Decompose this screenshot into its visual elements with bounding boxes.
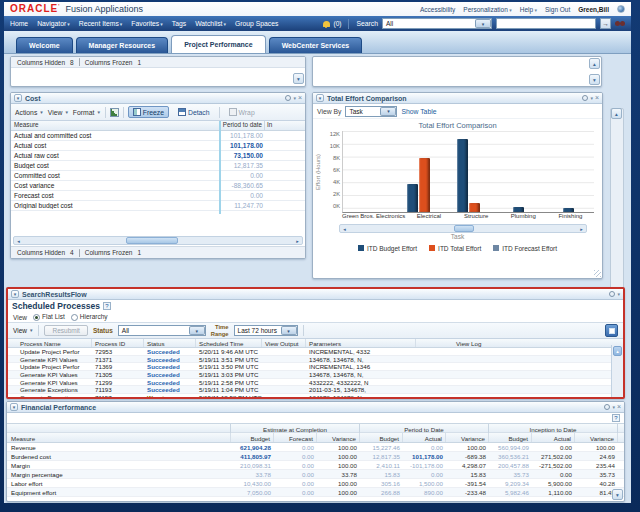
scroll-left-arrow[interactable]: ◂ — [14, 237, 23, 244]
column-header-process-id[interactable]: Process ID — [92, 339, 144, 347]
scroll-up-arrow[interactable]: ▴ — [611, 108, 622, 119]
table-row[interactable]: Original budget cost11,247.70 — [11, 201, 305, 211]
menu-item-navigator[interactable]: Navigator▾ — [37, 20, 70, 27]
collapse-icon[interactable]: ▾ — [11, 290, 19, 298]
status-select[interactable]: All ▾ — [118, 325, 206, 336]
column-header-scheduled-time[interactable]: Scheduled Time — [196, 339, 262, 347]
view-menu[interactable]: View▼ — [48, 109, 69, 116]
table-row[interactable]: Budget cost12,817.35 — [11, 161, 305, 171]
table-row[interactable]: Generate KPI Values71299Succeeded5/19/11… — [8, 379, 623, 387]
table-row[interactable]: Generate Exceptions71157Warning5/19/11 1… — [8, 394, 623, 398]
scrollbar-thumb[interactable] — [126, 237, 178, 244]
table-row[interactable]: Generate Exceptions71193Succeeded5/19/11… — [8, 386, 623, 394]
scroll-right-arrow[interactable]: ▸ — [293, 237, 302, 244]
freeze-button[interactable]: Freeze — [128, 106, 169, 118]
global-link-personalization[interactable]: Personalization ▾ — [463, 6, 511, 13]
table-row[interactable]: Actual raw cost73,150.00 — [11, 151, 305, 161]
globe-icon[interactable] — [617, 5, 625, 13]
collapse-icon[interactable]: ▾ — [316, 94, 324, 102]
menu-item-home[interactable]: Home — [10, 20, 28, 27]
column-header-status[interactable]: Status — [144, 339, 196, 347]
gear-icon[interactable] — [609, 291, 615, 297]
chevron-down-icon[interactable]: ▾ — [293, 95, 296, 101]
chevron-down-icon[interactable]: ▾ — [590, 95, 593, 101]
search-scope-select[interactable]: All ▾ — [382, 18, 492, 29]
table-row[interactable]: Update Project Perfor71369Succeeded5/19/… — [8, 363, 623, 371]
help-icon[interactable]: ? — [612, 414, 620, 422]
table-row[interactable]: Update Project Perfor72953Succeeded5/20/… — [8, 348, 623, 356]
table-row[interactable]: Revenue621,904.280.00100.0015,227.460.00… — [7, 443, 624, 452]
search-input[interactable] — [496, 18, 596, 29]
table-row[interactable]: Burdened cost411,805.970.00100.0012,817.… — [7, 452, 624, 461]
global-link-accessibility[interactable]: Accessibility — [420, 6, 455, 13]
panel-scrollbar[interactable]: ▴ — [611, 345, 623, 397]
menu-item-recent-items[interactable]: Recent Items▾ — [79, 20, 123, 27]
global-link-sign-out[interactable]: Sign Out — [545, 6, 570, 13]
column-header-parameters[interactable]: Parameters — [306, 339, 416, 347]
table-row[interactable]: Actual and committed cost101,178.00 — [11, 131, 305, 141]
close-icon[interactable]: × — [298, 95, 302, 101]
menu-item-group-spaces[interactable]: Group Spaces — [235, 20, 278, 27]
cost-horizontal-scrollbar[interactable]: ◂ ▸ — [13, 236, 303, 245]
chevron-down-icon[interactable]: ▾ — [617, 291, 620, 297]
flat-list-radio[interactable]: Flat List — [33, 313, 65, 321]
column-header-partial[interactable]: In — [265, 121, 305, 130]
export-icon[interactable] — [110, 108, 119, 117]
menu-item-tags[interactable]: Tags — [172, 20, 186, 27]
scroll-up-arrow[interactable]: ▴ — [613, 346, 622, 356]
table-row[interactable]: Labor effort10,430.000.00100.00305.161,5… — [7, 479, 624, 488]
refresh-button[interactable] — [605, 324, 618, 337]
show-table-link[interactable]: Show Table — [401, 108, 436, 115]
column-header-actual[interactable]: Actual — [403, 433, 446, 442]
detach-button[interactable]: Detach — [173, 106, 215, 118]
gear-icon[interactable] — [285, 95, 291, 101]
menu-item-watchlist[interactable]: Watchlist▾ — [195, 20, 226, 27]
tab-welcome[interactable]: Welcome — [16, 37, 73, 53]
close-icon[interactable]: × — [595, 95, 599, 101]
gear-icon[interactable] — [582, 95, 588, 101]
column-header-view-log[interactable]: View Log — [416, 339, 623, 347]
resize-grip[interactable] — [594, 270, 601, 277]
scroll-up-arrow[interactable]: ▴ — [589, 58, 600, 69]
column-header-process-name[interactable]: Process Name — [8, 339, 92, 347]
gear-icon[interactable] — [604, 404, 610, 410]
table-row[interactable]: Committed cost0.00 — [11, 171, 305, 181]
collapse-icon[interactable]: ▾ — [10, 403, 18, 411]
global-link-help[interactable]: Help ▾ — [520, 6, 537, 13]
notifications-bell-icon[interactable] — [323, 21, 330, 27]
view-by-select[interactable]: Task ▾ — [345, 106, 397, 117]
close-icon[interactable]: × — [617, 404, 621, 410]
column-header-variance[interactable]: Variance — [446, 433, 489, 442]
table-row[interactable]: Margin210,098.310.00100.002,410.11-101,1… — [7, 461, 624, 470]
format-menu[interactable]: Format▼ — [73, 109, 101, 116]
tab-webcenter-services[interactable]: WebCenter Services — [269, 37, 363, 53]
column-header-variance[interactable]: Variance — [575, 433, 618, 442]
scrollbar-thumb[interactable] — [454, 225, 474, 232]
table-row[interactable]: Generate KPI Values71305Succeeded5/19/11… — [8, 371, 623, 379]
search-go-button[interactable]: → — [600, 18, 611, 29]
table-row[interactable]: Generate KPI Values71371Succeeded5/19/11… — [8, 356, 623, 364]
column-header-forecast[interactable]: Forecast — [274, 433, 317, 442]
table-row[interactable]: Forecast cost0.00 — [11, 191, 305, 201]
view-menu[interactable]: View▼ — [13, 327, 33, 334]
table-row[interactable]: Actual cost101,178.00 — [11, 141, 305, 151]
advanced-search-icon[interactable] — [615, 20, 625, 27]
scroll-right-arrow[interactable]: ▸ — [577, 225, 586, 232]
hierarchy-radio[interactable]: Hierarchy — [71, 313, 108, 321]
chevron-down-icon[interactable]: ▾ — [189, 326, 205, 335]
column-header-variance[interactable]: Variance — [317, 433, 360, 442]
column-header-view-output[interactable]: View Output — [262, 339, 306, 347]
scroll-down-arrow[interactable]: ▾ — [612, 489, 623, 500]
scroll-down-arrow[interactable]: ▾ — [589, 74, 600, 85]
table-row[interactable]: Equipment effort7,050.000.00100.00266.88… — [7, 488, 624, 497]
column-header-period-to-date[interactable]: Period to date — [219, 121, 265, 130]
column-header-budget[interactable]: Budget — [231, 433, 274, 442]
time-range-select[interactable]: Last 72 hours ▾ — [234, 325, 298, 336]
table-row[interactable]: Margin percentage33.780.0033.7815.830.00… — [7, 470, 624, 479]
tab-manager-resources[interactable]: Manager Resources — [76, 37, 169, 53]
collapse-icon[interactable]: ▾ — [14, 94, 22, 102]
column-header-budget[interactable]: Budget — [489, 433, 532, 442]
column-header-measure[interactable]: Measure — [11, 121, 219, 130]
scroll-down-arrow[interactable]: ▾ — [293, 73, 304, 84]
chevron-down-icon[interactable]: ▾ — [281, 326, 297, 335]
